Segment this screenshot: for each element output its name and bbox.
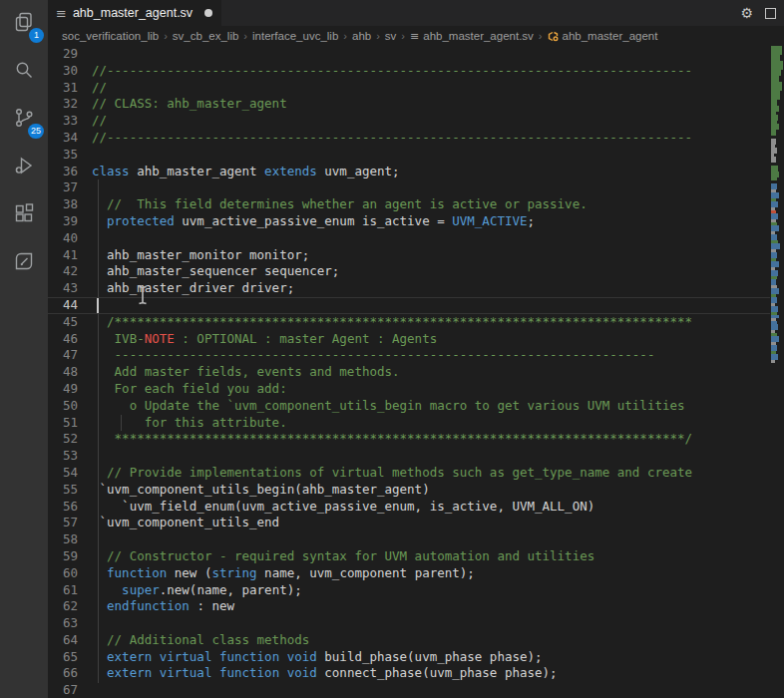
line-number[interactable]: 33 [48, 113, 78, 130]
code-line[interactable]: 44 [48, 297, 770, 314]
breadcrumb-item[interactable]: sv [385, 30, 397, 42]
code-line[interactable]: 56 `uvm_field_enum(uvm_active_passive_en… [48, 499, 770, 516]
line-number[interactable]: 30 [48, 63, 78, 80]
minimap[interactable] [770, 46, 784, 698]
code-line[interactable]: 66 extern virtual function void connect_… [48, 665, 770, 682]
line-number[interactable]: 40 [48, 230, 78, 247]
code-line[interactable]: 58 [48, 531, 770, 548]
line-number[interactable]: 42 [48, 263, 78, 280]
code-line[interactable]: 38 // This field determines whether an a… [48, 196, 770, 213]
code-line[interactable]: 33// [48, 113, 770, 130]
tab-ahb-master-agent[interactable]: ≡ ahb_master_agent.sv [48, 0, 221, 26]
code-line[interactable]: 61 super.new(name, parent); [48, 582, 770, 599]
breadcrumb-item[interactable]: sv_cb_ex_lib [173, 30, 238, 42]
explorer-button[interactable]: 1 [0, 0, 48, 48]
line-number[interactable]: 67 [48, 682, 78, 698]
code-line[interactable]: 35 [48, 147, 770, 164]
line-number[interactable]: 31 [48, 80, 78, 97]
line-number[interactable]: 57 [48, 515, 78, 531]
breadcrumb-item[interactable]: interface_uvc_lib [252, 30, 338, 42]
code-line[interactable]: 64 // Additional class methods [48, 632, 770, 649]
line-number[interactable]: 34 [48, 130, 78, 147]
line-number[interactable]: 45 [48, 314, 78, 331]
line-number[interactable]: 36 [48, 164, 78, 180]
code-line[interactable]: 67 [48, 682, 770, 698]
line-number[interactable]: 54 [48, 465, 78, 482]
code-line[interactable]: 41 ahb_master_monitor monitor; [48, 247, 770, 264]
code-line[interactable]: 53 [48, 448, 770, 465]
code-line[interactable]: 63 [48, 615, 770, 632]
run-debug-button[interactable] [0, 144, 48, 191]
code-line[interactable]: 39 protected uvm_active_passive_enum is_… [48, 213, 770, 230]
code-line[interactable]: 47 -------------------------------------… [48, 347, 770, 364]
code-line[interactable]: 43 ahb_master_driver driver; [48, 280, 770, 297]
breadcrumb-item[interactable]: soc_verification_lib [62, 30, 159, 42]
line-number[interactable]: 53 [48, 448, 78, 465]
line-number[interactable]: 59 [48, 548, 78, 565]
modified-dot-icon[interactable] [204, 9, 212, 17]
line-text: ahb_master_driver driver; [78, 280, 294, 295]
line-number[interactable]: 60 [48, 565, 78, 582]
line-number[interactable]: 38 [48, 196, 78, 213]
code-line[interactable]: 54 // Provide implementations of virtual… [48, 465, 770, 482]
breadcrumb-file[interactable]: ahb_master_agent.sv [423, 30, 534, 42]
gear-icon[interactable]: ⚙ [740, 5, 753, 21]
code-editor[interactable]: 2930//----------------------------------… [48, 46, 784, 698]
line-number[interactable]: 58 [48, 531, 78, 548]
line-number[interactable]: 32 [48, 96, 78, 113]
line-number[interactable]: 44 [48, 297, 78, 314]
line-number[interactable]: 63 [48, 615, 78, 632]
code-line[interactable]: 31// [48, 80, 770, 97]
code-line[interactable]: 49 For each field you add: [48, 381, 770, 398]
breadcrumb-item[interactable]: ahb [352, 30, 371, 42]
line-number[interactable]: 61 [48, 582, 78, 599]
extensions-button[interactable] [0, 191, 48, 239]
code-line[interactable]: 57 `uvm_component_utils_end [48, 515, 770, 531]
code-line[interactable]: 59 // Constructor - required syntax for … [48, 548, 770, 565]
pencil-extension-button[interactable] [0, 239, 48, 287]
line-number[interactable]: 47 [48, 347, 78, 364]
line-number[interactable]: 56 [48, 499, 78, 516]
line-number[interactable]: 55 [48, 482, 78, 499]
code-line[interactable]: 46 IVB-NOTE : OPTIONAL : master Agent : … [48, 331, 770, 348]
line-number[interactable]: 49 [48, 381, 78, 398]
code-line[interactable]: 60 function new (string name, uvm_compon… [48, 565, 770, 582]
line-number[interactable]: 37 [48, 179, 78, 196]
line-text: `uvm_component_utils_begin(ahb_master_ag… [78, 482, 430, 497]
code-line[interactable]: 51 for this attribute. [48, 415, 770, 432]
line-number[interactable]: 66 [48, 665, 78, 682]
split-editor-icon[interactable] [765, 8, 776, 19]
search-button[interactable] [0, 48, 48, 96]
code-line[interactable]: 48 Add master fields, events and methods… [48, 364, 770, 381]
code-line[interactable]: 62 endfunction : new [48, 598, 770, 615]
code-line[interactable]: 65 extern virtual function void build_ph… [48, 649, 770, 666]
code-line[interactable]: 30//------------------------------------… [48, 63, 770, 80]
line-number[interactable]: 64 [48, 632, 78, 649]
code-line[interactable]: 37 [48, 179, 770, 196]
code-line[interactable]: 34//------------------------------------… [48, 130, 770, 147]
code-line[interactable]: 55 `uvm_component_utils_begin(ahb_master… [48, 482, 770, 499]
line-number[interactable]: 51 [48, 415, 78, 432]
code-line[interactable]: 50 o Update the `uvm_component_utils_beg… [48, 398, 770, 415]
line-number[interactable]: 41 [48, 247, 78, 264]
code-line[interactable]: 32// CLASS: ahb_master_agent [48, 96, 770, 113]
line-number[interactable]: 52 [48, 431, 78, 448]
code-line[interactable]: 42 ahb_master_sequencer sequencer; [48, 263, 770, 280]
line-number[interactable]: 48 [48, 364, 78, 381]
minimap-line [771, 360, 775, 363]
code-line[interactable]: 45 /************************************… [48, 314, 770, 331]
code-line[interactable]: 36class ahb_master_agent extends uvm_age… [48, 164, 770, 180]
code-line[interactable]: 29 [48, 46, 770, 63]
line-number[interactable]: 50 [48, 398, 78, 415]
line-number[interactable]: 35 [48, 147, 78, 164]
line-number[interactable]: 62 [48, 598, 78, 615]
line-number[interactable]: 43 [48, 280, 78, 297]
code-line[interactable]: 52 *************************************… [48, 431, 770, 448]
code-line[interactable]: 40 [48, 230, 770, 247]
breadcrumb-symbol[interactable]: ahb_master_agent [563, 30, 658, 42]
line-number[interactable]: 46 [48, 331, 78, 348]
line-number[interactable]: 65 [48, 649, 78, 666]
line-number[interactable]: 39 [48, 213, 78, 230]
source-control-button[interactable]: 25 [0, 96, 48, 144]
line-number[interactable]: 29 [48, 46, 78, 63]
